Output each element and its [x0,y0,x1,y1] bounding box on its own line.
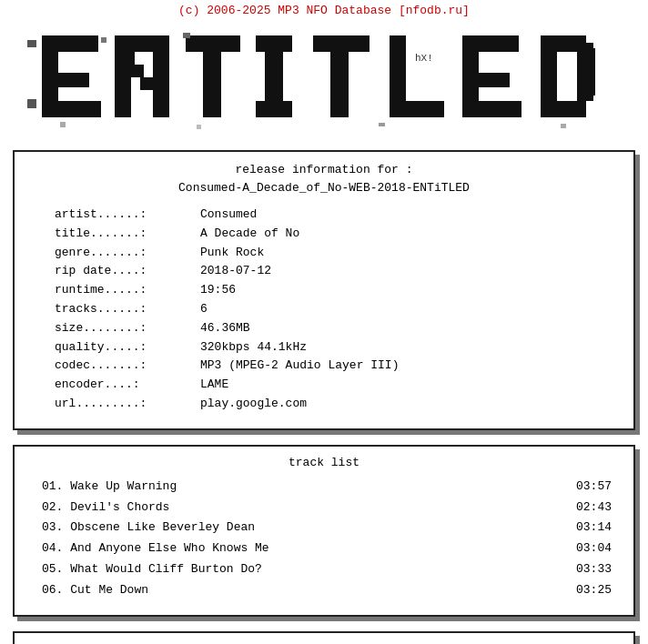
info-value: 2018-07-12 [200,262,271,281]
info-key: genre.......: [55,244,200,263]
track-name: 01. Wake Up Warning [42,477,177,498]
svg-rect-2 [42,73,89,87]
tracklist-title: track list [36,456,612,469]
svg-rect-24 [462,35,519,52]
info-row: quality.....:320kbps 44.1kHz [55,338,612,357]
info-row: artist......:Consumed [55,206,612,225]
info-value: LAME [200,376,228,395]
track-time: 03:57 [576,477,612,498]
info-row: genre.......:Punk Rock [55,244,612,263]
svg-rect-14 [203,35,221,117]
svg-rect-11 [131,65,144,77]
info-row: runtime.....:19:56 [55,281,612,300]
info-row: url.........:play.google.com [55,395,612,414]
svg-rect-33 [197,125,201,129]
info-value: 46.36MB [200,319,250,338]
info-value: 320kbps 44.1kHz [200,338,307,357]
info-key: size........: [55,319,200,338]
svg-rect-32 [60,122,66,127]
track-name: 03. Obscene Like Beverley Dean [42,518,255,538]
info-row: tracks......:6 [55,300,612,319]
info-row: encoder....:LAME [55,376,612,395]
info-key: codec.......: [55,357,200,376]
track-row: 05. What Would Cliff Burton Do?03:33 [42,559,612,580]
svg-rect-18 [256,101,292,117]
info-row: rip date....:2018-07-12 [55,262,612,281]
svg-rect-35 [561,124,566,128]
svg-rect-31 [586,48,595,96]
svg-rect-34 [379,123,385,126]
logo-area: .logo-char { font-size: 90px; font-weigh… [0,19,648,143]
release-header-line1: release information for : [36,161,612,179]
info-key: title.......: [55,225,200,244]
info-value: A Decade of No [200,225,299,244]
track-row: 01. Wake Up Warning03:57 [42,477,612,498]
svg-rect-26 [462,101,521,117]
info-key: runtime.....: [55,281,200,300]
svg-rect-22 [390,101,444,117]
copyright-text: (c) 2006-2025 MP3 NFO Database [nfodb.ru… [0,0,648,19]
info-value: Consumed [200,206,257,225]
svg-rect-20 [330,35,349,117]
track-row: 03. Obscene Like Beverley Dean03:14 [42,518,612,538]
svg-rect-17 [256,35,292,52]
track-name: 05. What Would Cliff Burton Do? [42,559,262,580]
svg-rect-15 [183,33,190,38]
svg-rect-6 [101,37,106,43]
svg-rect-25 [462,73,510,87]
track-row: 06. Cut Me Down03:25 [42,580,612,601]
release-info-section: release information for : Consumed-A_Dec… [13,150,635,430]
release-header: release information for : Consumed-A_Dec… [36,161,612,196]
info-value: play.google.com [200,395,307,414]
hx-label: hX! [415,53,433,64]
track-time: 03:14 [576,518,612,538]
svg-rect-10 [122,52,135,65]
track-name: 04. And Anyone Else Who Knows Me [42,538,269,559]
svg-rect-9 [153,35,169,117]
info-value: MP3 (MPEG-2 Audio Layer III) [200,357,399,376]
track-row: 02. Devil's Chords02:43 [42,498,612,518]
info-key: artist......: [55,206,200,225]
svg-rect-29 [541,101,586,117]
release-info-table: artist......:Consumedtitle.......:A Deca… [36,206,612,414]
logo-svg: .logo-char { font-size: 90px; font-weigh… [15,26,633,131]
release-header-line2: Consumed-A_Decade_of_No-WEB-2018-ENTiTLE… [36,179,612,197]
track-name: 06. Cut Me Down [42,580,148,601]
info-key: encoder....: [55,376,200,395]
svg-rect-1 [42,35,98,52]
info-key: rip date....: [55,262,200,281]
svg-rect-4 [27,40,36,47]
track-name: 02. Devil's Chords [42,498,169,518]
track-time: 03:25 [576,580,612,601]
release-info-box: release information for : Consumed-A_Dec… [13,150,635,430]
info-key: quality.....: [55,338,200,357]
info-value: 6 [200,300,208,319]
svg-rect-12 [140,77,153,90]
info-value: Punk Rock [200,244,264,263]
tracklist-box: track list 01. Wake Up Warning03:5702. D… [13,445,635,618]
track-time: 02:43 [576,498,612,518]
tracklist-section: track list 01. Wake Up Warning03:5702. D… [13,445,635,618]
svg-rect-5 [27,99,36,108]
info-key: url.........: [55,395,200,414]
track-time: 03:04 [576,538,612,559]
info-row: title.......:A Decade of No [55,225,612,244]
info-value: 19:56 [200,281,236,300]
track-time: 03:33 [576,559,612,580]
svg-rect-3 [42,101,101,117]
info-row: codec.......:MP3 (MPEG-2 Audio Layer III… [55,357,612,376]
info-key: tracks......: [55,300,200,319]
track-row: 04. And Anyone Else Who Knows Me03:04 [42,538,612,559]
greetings-box: greetings Shout out to all of those who … [13,631,635,644]
greetings-section: greetings Shout out to all of those who … [13,631,635,644]
info-row: size........:46.36MB [55,319,612,338]
track-list-container: 01. Wake Up Warning03:5702. Devil's Chor… [36,477,612,601]
